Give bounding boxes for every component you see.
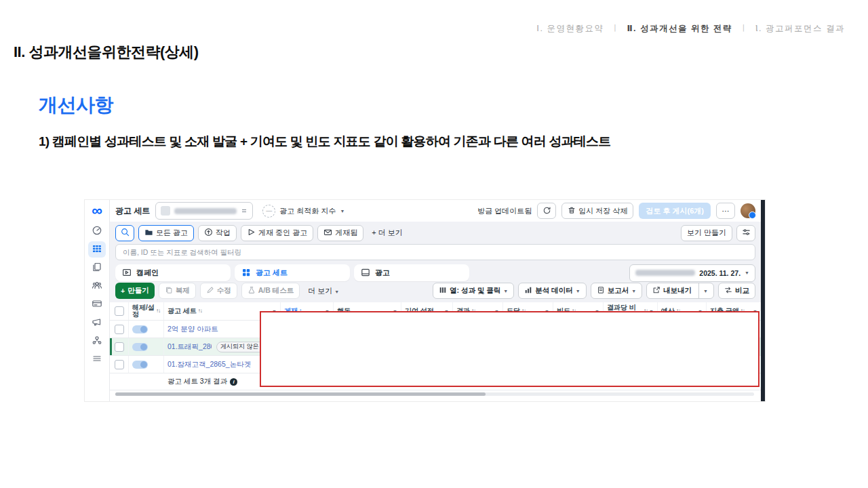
date-label: 2025. 11. 27.	[699, 269, 741, 277]
sidebar-item-audiences[interactable]	[88, 278, 106, 294]
duplicate-label: 복제	[176, 286, 190, 296]
chart-icon	[524, 286, 532, 296]
export-label: 내보내기	[663, 286, 692, 296]
columns-label: 열: 성과 및 클릭	[450, 286, 500, 296]
profile-avatar[interactable]	[741, 203, 755, 218]
pencil-icon	[206, 286, 214, 296]
sidebar-item-menu[interactable]	[88, 351, 106, 367]
filter-actions[interactable]: 작업	[198, 225, 237, 241]
info-icon: i	[230, 378, 237, 386]
select-all-checkbox-cell[interactable]	[110, 302, 129, 320]
tab-campaigns[interactable]: 캠페인	[115, 264, 231, 281]
sort-icon: ↑↓	[198, 308, 202, 314]
chevron-down-icon: ▼	[703, 289, 708, 293]
filter-delivered[interactable]: 게재됨	[317, 225, 363, 241]
date-range-redacted	[635, 270, 695, 276]
sidebar-item-billing[interactable]	[88, 296, 106, 312]
tab-adsets-label: 광고 세트	[256, 268, 288, 278]
publish-button[interactable]: 검토 후 게시(6개)	[639, 203, 711, 219]
column-header-onoff[interactable]: 해제/설정↑↓	[129, 302, 164, 320]
campaign-tab-icon	[122, 268, 132, 279]
nav-section-1: Ⅰ. 운영현황요약	[536, 24, 604, 33]
row-toggle[interactable]	[132, 361, 148, 369]
row-checkbox[interactable]	[115, 325, 124, 334]
search-row	[110, 244, 761, 264]
sidebar-item-partners[interactable]	[88, 333, 106, 349]
row-toggle[interactable]	[132, 325, 148, 333]
ab-test-button[interactable]: A/B 테스트	[241, 283, 300, 299]
edit-label: 수정	[217, 286, 231, 296]
tab-adsets[interactable]: 광고 세트	[235, 264, 350, 281]
reports-button[interactable]: 보고서▼	[591, 283, 642, 299]
adset-name-link[interactable]: 01.트래픽_2865_논타겟	[167, 342, 212, 352]
topbar: 광고 세트 — 광고 최적화 지수 ▼ 방금 업데이트됨 임시 저장 삭제 검토…	[110, 200, 761, 222]
body-text: 1) 캠페인별 성과테스트 및 소재 발굴 + 기여도 및 빈도 지표도 같이 …	[39, 133, 610, 150]
meta-logo-icon[interactable]: ∞	[92, 200, 102, 222]
gauge-icon	[92, 225, 102, 237]
results-count-label: 광고 세트 3개 결과	[167, 377, 227, 386]
filter-actions-label: 작업	[216, 228, 231, 238]
refresh-button[interactable]	[537, 203, 556, 219]
pages-icon	[92, 262, 102, 274]
chevron-down-icon: ▼	[503, 289, 508, 293]
adset-name-link[interactable]: 2억 분양 아파트	[167, 325, 218, 334]
view-settings-button[interactable]	[736, 225, 755, 241]
nav-separator: ㅣ	[610, 24, 620, 33]
actions-circle-icon	[204, 228, 213, 238]
sidebar-item-advertising[interactable]	[88, 314, 106, 331]
play-icon	[247, 228, 256, 238]
optimization-score[interactable]: — 광고 최적화 지수 ▼	[262, 205, 344, 218]
row-checkbox[interactable]	[115, 360, 124, 369]
compare-icon	[724, 286, 732, 296]
flask-icon	[248, 286, 256, 296]
row-toggle[interactable]	[132, 343, 148, 351]
score-circle: —	[262, 205, 275, 218]
filter-active-ads-label: 게재 중인 광고	[258, 228, 307, 238]
trash-icon	[568, 206, 576, 216]
row-checkbox[interactable]	[115, 342, 124, 352]
chevron-down-icon: ▼	[631, 289, 636, 293]
create-view-label: 보기 만들기	[687, 228, 726, 238]
search-button[interactable]	[115, 225, 134, 241]
create-button[interactable]: +만들기	[115, 283, 155, 299]
filter-more-button[interactable]: + 더 보기	[372, 228, 403, 238]
tab-ads-label: 광고	[375, 268, 390, 278]
sliders-icon	[742, 228, 751, 238]
more-options-button[interactable]: ⋯	[716, 203, 735, 219]
duplicate-button[interactable]: 복제	[159, 283, 196, 299]
columns-button[interactable]: 열: 성과 및 클릭▼	[433, 283, 514, 299]
filter-all-ads[interactable]: 모든 광고	[138, 225, 194, 241]
left-sidebar: ∞	[85, 200, 110, 401]
tab-campaigns-label: 캠페인	[136, 268, 159, 278]
horizontal-scrollbar[interactable]	[115, 392, 754, 396]
date-range-picker[interactable]: 2025. 11. 27. ▼	[629, 264, 755, 282]
report-icon	[597, 286, 605, 296]
megaphone-icon	[92, 317, 102, 329]
sidebar-item-campaigns[interactable]	[88, 241, 106, 258]
adset-name-link[interactable]: 01.잠재고객_2865_논타겟	[167, 360, 251, 369]
folder-icon	[144, 228, 153, 238]
discard-draft-label: 임시 저장 삭제	[578, 206, 627, 216]
sidebar-item-overview[interactable]	[88, 223, 106, 239]
filter-active-ads[interactable]: 게재 중인 광고	[241, 225, 313, 241]
tab-ads[interactable]: 광고	[354, 264, 469, 281]
toolbar-more-button[interactable]: 더 보기 ▼	[308, 286, 339, 296]
create-label: 만들기	[127, 286, 149, 296]
header-label: 광고 세트	[167, 308, 197, 315]
chevron-down-icon: ▼	[576, 289, 580, 293]
export-button[interactable]: 내보내기▼	[646, 283, 714, 299]
columns-icon	[439, 286, 447, 296]
account-selector[interactable]	[155, 202, 253, 220]
sidebar-item-pages[interactable]	[88, 260, 106, 276]
search-input[interactable]	[115, 244, 755, 260]
discard-draft-button[interactable]: 임시 저장 삭제	[561, 203, 633, 219]
ab-test-label: A/B 테스트	[258, 286, 294, 296]
select-all-checkbox[interactable]	[115, 306, 124, 316]
scrollbar-thumb[interactable]	[115, 392, 486, 396]
edit-button[interactable]: 수정	[200, 283, 237, 299]
partners-icon	[92, 335, 102, 347]
campaigns-table-icon	[92, 243, 102, 256]
create-view-button[interactable]: 보기 만들기	[681, 225, 732, 241]
compare-button[interactable]: 비교	[718, 283, 755, 299]
breakdown-button[interactable]: 분석 데이터▼	[518, 283, 586, 299]
